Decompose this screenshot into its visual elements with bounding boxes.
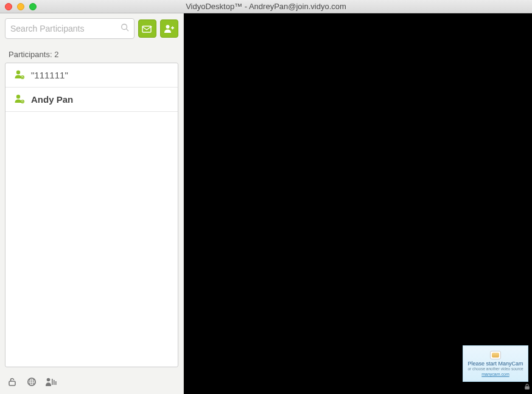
svg-rect-24: [54, 380, 55, 385]
svg-rect-25: [55, 381, 57, 385]
search-box[interactable]: [5, 18, 135, 39]
svg-point-19: [29, 383, 30, 384]
svg-rect-26: [525, 386, 530, 389]
svg-point-13: [29, 379, 30, 381]
svg-point-0: [122, 24, 127, 30]
participant-icon: [14, 69, 25, 81]
list-item[interactable]: "111111": [5, 63, 178, 88]
window-title: VidyoDesktop™ - AndreyPan@join.vidyo.com: [0, 2, 532, 11]
participants-list: "111111" Andy Pan: [5, 63, 178, 367]
participant-name: "111111": [31, 70, 68, 80]
svg-line-1: [127, 29, 129, 32]
pip-line2: or choose another video source: [467, 367, 523, 371]
svg-rect-23: [52, 379, 53, 385]
add-participant-button[interactable]: [160, 19, 178, 38]
lock-icon[interactable]: [6, 376, 18, 388]
content: Participants: 2 "111111": [0, 13, 532, 394]
svg-point-8: [16, 94, 20, 98]
svg-point-20: [31, 383, 32, 384]
titlebar: VidyoDesktop™ - AndreyPan@join.vidyo.com: [0, 0, 532, 13]
presenter-icon[interactable]: [45, 376, 57, 388]
minimize-window-button[interactable]: [17, 3, 24, 10]
invite-email-button[interactable]: [138, 19, 156, 38]
window-controls: [5, 3, 37, 10]
globe-icon[interactable]: [26, 376, 38, 388]
footer-toolbar: [0, 372, 183, 394]
participants-count-label: Participants: 2: [0, 44, 183, 63]
list-item[interactable]: Andy Pan: [5, 88, 178, 112]
search-icon: [121, 23, 129, 34]
svg-point-14: [31, 379, 32, 381]
corner-lock-icon: [523, 382, 531, 393]
svg-rect-5: [172, 26, 173, 29]
manycam-logo-icon: [490, 351, 501, 359]
close-window-button[interactable]: [5, 3, 12, 10]
search-input[interactable]: [10, 24, 121, 33]
maximize-window-button[interactable]: [29, 3, 37, 10]
pip-line1: Please start ManyCam: [467, 361, 523, 367]
svg-point-22: [47, 378, 51, 382]
svg-point-6: [16, 70, 20, 74]
svg-point-21: [33, 383, 34, 384]
participant-icon: [14, 94, 25, 106]
svg-rect-10: [9, 381, 15, 385]
participant-name: Andy Pan: [31, 94, 73, 105]
svg-point-18: [33, 381, 34, 382]
svg-point-3: [166, 25, 170, 29]
search-row: [0, 13, 183, 44]
svg-point-16: [29, 381, 30, 382]
svg-rect-2: [142, 26, 151, 32]
sidebar: Participants: 2 "111111": [0, 13, 184, 394]
svg-point-15: [33, 379, 34, 381]
self-view-pip[interactable]: Please start ManyCam or choose another v…: [463, 345, 528, 382]
svg-point-17: [31, 381, 32, 382]
video-area: Please start ManyCam or choose another v…: [184, 13, 532, 394]
pip-link[interactable]: manycam.com: [481, 372, 509, 376]
